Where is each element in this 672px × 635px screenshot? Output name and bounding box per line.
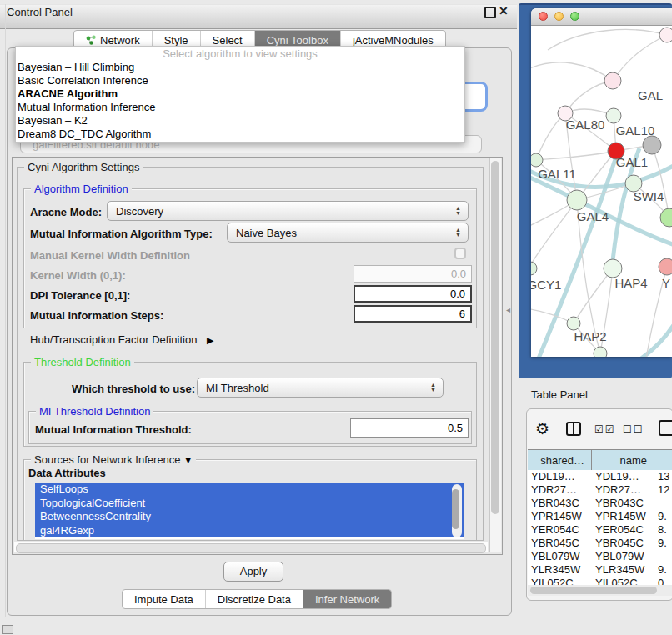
network-node[interactable]: [659, 28, 672, 42]
network-edge: [531, 200, 577, 267]
window-minimize-traffic-light[interactable]: [554, 12, 564, 21]
attribute-item-gal4rgexp[interactable]: gal4RGexp: [35, 524, 464, 538]
gear-icon[interactable]: ⚙: [535, 419, 549, 438]
column-view-icon[interactable]: [566, 422, 581, 436]
apply-button[interactable]: Apply: [223, 562, 283, 582]
table-cell: YBL079W: [528, 550, 592, 563]
table-panel-window: ⚙ ☑☑ ☐☐ shared…name YDL19…YDL19…13YDR27……: [526, 408, 672, 601]
table-cell: YLR345W: [528, 563, 592, 577]
algorithm-option-dream8-dc-tdc-algorithm[interactable]: Dream8 DC_TDC Algorithm: [16, 128, 464, 141]
mi-threshold-field[interactable]: 0.5: [350, 418, 469, 438]
table-row[interactable]: YIL052CYIL052C0.: [528, 577, 672, 585]
table-row[interactable]: YLR345WYLR345W9.: [528, 563, 672, 577]
network-edge: [531, 62, 613, 81]
manual-kernel-width-checkbox[interactable]: [454, 248, 466, 259]
algorithm-option-basic-correlation-inference[interactable]: Basic Correlation Inference: [16, 74, 464, 88]
mi-threshold-label: Mutual Information Threshold:: [35, 423, 192, 436]
algorithm-option-aracne-algorithm[interactable]: ARACNE Algorithm: [16, 88, 464, 101]
window-zoom-traffic-light[interactable]: [570, 12, 579, 21]
attribute-item-selfloops[interactable]: SelfLoops: [35, 482, 464, 497]
attributes-list-scrollbar-thumb[interactable]: [452, 489, 459, 529]
table-body: YDL19…YDL19…13YDR27…YDR27…12YBR043CYBR04…: [528, 470, 672, 585]
column-header-cut[interactable]: [654, 450, 672, 471]
network-node[interactable]: [594, 347, 607, 357]
network-window-titlebar[interactable]: [531, 8, 672, 26]
table-row[interactable]: YDR27…YDR27…12: [528, 483, 672, 497]
table-cell: [654, 550, 672, 563]
deselect-all-checkboxes-icon[interactable]: ☐☐: [623, 423, 644, 435]
table-row[interactable]: YER054CYER054C8.: [528, 523, 672, 537]
dpi-tolerance-label: DPI Tolerance [0,1]:: [30, 289, 130, 302]
mi-algorithm-type-label: Mutual Information Algorithm Type:: [30, 228, 213, 240]
network-node[interactable]: [604, 259, 622, 278]
algorithm-dropdown-popup: Select algorithm to view settings Bayesi…: [15, 46, 465, 142]
control-panel-titlebar: [0, 4, 517, 29]
tab-impute-data[interactable]: Impute Data: [123, 590, 206, 608]
network-node-label: HAP2: [574, 329, 606, 343]
data-attributes-list[interactable]: SelfLoopsTopologicalCoefficientBetweenne…: [35, 482, 464, 539]
network-node[interactable]: [567, 190, 587, 210]
network-node[interactable]: [659, 258, 672, 275]
network-node[interactable]: [567, 317, 580, 330]
settings-horizontal-scrollbar-thumb[interactable]: [16, 543, 486, 553]
window-close-traffic-light[interactable]: [539, 12, 548, 21]
algorithm-option-bayesian-hill-climbing[interactable]: Bayesian – Hill Climbing: [16, 61, 464, 74]
network-node[interactable]: [606, 108, 621, 123]
table-cell: 9.: [654, 563, 672, 577]
mi-algorithm-type-combo[interactable]: Naive Bayes ▲▼: [227, 222, 469, 242]
dpi-tolerance-field[interactable]: 0.0: [354, 285, 472, 302]
network-node[interactable]: [604, 72, 621, 89]
mi-steps-field[interactable]: 6: [354, 305, 472, 322]
table-cell: YDR27…: [528, 483, 592, 497]
network-node[interactable]: [660, 208, 672, 227]
network-node[interactable]: [531, 153, 543, 167]
tab-infer-network[interactable]: Infer Network: [303, 590, 391, 608]
split-pane-grip[interactable]: ◂: [506, 305, 510, 314]
network-node-label: GAL: [638, 88, 663, 102]
network-node[interactable]: [531, 262, 537, 275]
table-row[interactable]: YBL079WYBL079W: [528, 550, 672, 563]
table-header-row: shared…name: [528, 449, 672, 471]
kernel-width-label: Kernel Width (0,1):: [30, 269, 126, 282]
attribute-item-topologicalcoefficient[interactable]: TopologicalCoefficient: [35, 497, 464, 511]
table-horizontal-scrollbar[interactable]: [528, 585, 672, 596]
algorithm-option-mutual-information-inference[interactable]: Mutual Information Inference: [16, 101, 464, 114]
table-cell: YIL052C: [592, 577, 654, 585]
table-row[interactable]: YBR043CYBR043C: [528, 497, 672, 510]
attribute-item-betweennesscentrality[interactable]: BetweennessCentrality: [35, 510, 464, 524]
select-all-checkboxes-icon[interactable]: ☑☑: [594, 423, 616, 435]
network-node-label: GAL4: [577, 209, 609, 223]
expander-down-triangle-icon: ▼: [183, 455, 193, 465]
cyni-algorithm-settings-title: Cyni Algorithm Settings: [24, 161, 143, 173]
close-icon[interactable]: ✕: [499, 4, 509, 18]
network-node[interactable]: [643, 136, 661, 154]
table-cell: YDL19…: [592, 470, 654, 483]
tab-discretize-data[interactable]: Discretize Data: [206, 590, 303, 608]
hub-definition-expander[interactable]: Hub/Transcription Factor Definition ▶: [30, 333, 213, 346]
table-cell: 12: [654, 483, 672, 497]
sources-group-title[interactable]: Sources for Network Inference ▼: [31, 453, 196, 466]
aracne-mode-combo[interactable]: Discovery ▲▼: [107, 201, 469, 221]
combo-arrows-icon: ▲▼: [455, 228, 461, 238]
table-row[interactable]: YBR045CYBR045C9.: [528, 537, 672, 550]
tab-label: Select: [213, 34, 243, 47]
network-canvas[interactable]: GALGAL80GAL10GAL1GAL11SWI4GAL4GCY1HAP4YH…: [531, 25, 672, 357]
collapsed-panel-icon[interactable]: [2, 625, 13, 634]
network-node-label: Y: [662, 276, 670, 290]
column-header-name[interactable]: name: [592, 450, 654, 471]
table-function-icon[interactable]: [659, 420, 672, 436]
table-row[interactable]: YPR145WYPR145W9.: [528, 510, 672, 523]
float-window-icon[interactable]: [484, 7, 496, 18]
kernel-width-field[interactable]: 0.0: [354, 265, 472, 282]
settings-vertical-scrollbar-thumb[interactable]: [491, 161, 499, 514]
network-icon: [86, 35, 96, 45]
algorithm-option-bayesian-k2[interactable]: Bayesian – K2: [16, 114, 464, 128]
table-row[interactable]: YDL19…YDL19…13: [528, 470, 672, 483]
which-threshold-combo[interactable]: MI Threshold ▲▼: [197, 378, 444, 398]
attributes-list-scrollbar[interactable]: [452, 484, 462, 538]
algorithm-definition-title: Algorithm Definition: [31, 182, 132, 195]
column-header-shared[interactable]: shared…: [528, 450, 592, 471]
table-horizontal-scrollbar-thumb[interactable]: [530, 587, 657, 594]
table-cell: [654, 497, 672, 510]
combo-arrows-icon: ▲▼: [455, 206, 461, 216]
